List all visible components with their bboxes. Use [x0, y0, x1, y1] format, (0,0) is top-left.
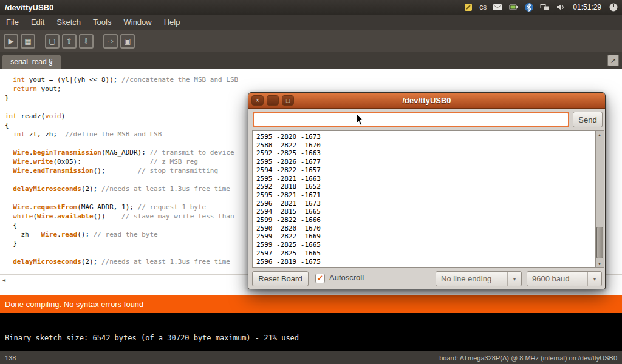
baud-rate-dropdown[interactable]: 9600 baud ▾ [527, 271, 602, 286]
system-tray: cs 01:51:29 [463, 2, 622, 12]
stop-icon[interactable]: ▦ [21, 34, 35, 49]
serial-output-line: 2599 -2825 -1665 [256, 241, 592, 249]
serial-output-line: 2594 -2822 -1657 [256, 166, 592, 175]
serial-output-line: 2595 -2821 -1671 [256, 191, 592, 200]
hscroll-left-icon[interactable]: ◂ [2, 277, 5, 283]
serial-output-line: 2596 -2821 -1673 [256, 200, 592, 208]
upload-icon[interactable]: ⇨ [103, 34, 118, 49]
open-icon[interactable]: ⇧ [62, 34, 77, 49]
menu-item-window[interactable]: Window [117, 15, 157, 30]
chevron-down-icon: ▾ [587, 272, 601, 286]
serial-monitor-title: /dev/ttyUSB0 [248, 96, 605, 105]
top-panel: /dev/ttyUSB0 cs 01:51:29 [0, 0, 622, 15]
menu-bar: FileEditSketchToolsWindowHelp [0, 15, 622, 30]
tab-serial-read[interactable]: serial_read § [2, 55, 61, 69]
screen: /dev/ttyUSB0 cs 01:51:29 FileEditSketchT… [0, 0, 622, 364]
verify-icon[interactable]: ▶ [4, 34, 18, 49]
serial-output-line: 2597 -2825 -1665 [256, 249, 592, 258]
notes-icon[interactable] [463, 2, 473, 12]
reset-board-button[interactable]: Reset Board [252, 271, 309, 286]
bluetooth-icon[interactable] [524, 2, 534, 12]
serial-input[interactable] [253, 112, 569, 127]
new-icon[interactable]: ▢ [45, 34, 60, 49]
tab-label: serial_read § [10, 58, 52, 66]
volume-icon[interactable] [556, 2, 566, 12]
console-text: Binary sketch size: 6542 bytes (of a 307… [5, 334, 299, 342]
mail-icon[interactable] [493, 2, 502, 12]
serial-output-line: 2595 -2826 -1677 [256, 158, 592, 166]
serial-output-line: 2590 -2820 -1670 [256, 224, 592, 233]
menu-item-tools[interactable]: Tools [87, 15, 117, 30]
status-bar: Done compiling. No syntax errors found [0, 295, 622, 313]
menu-item-help[interactable]: Help [158, 15, 186, 30]
clock[interactable]: 01:51:29 [572, 3, 603, 12]
serial-monitor-titlebar[interactable]: ×–□ /dev/ttyUSB0 [248, 93, 605, 109]
menu-item-file[interactable]: File [0, 15, 25, 30]
status-message: Done compiling. No syntax errors found [5, 300, 143, 309]
serial-monitor-icon[interactable]: ▣ [120, 34, 135, 49]
scroll-up-icon[interactable]: ▴ [596, 131, 603, 138]
serial-output-line: 2588 -2822 -1670 [256, 141, 592, 150]
console: Binary sketch size: 6542 bytes (of a 307… [0, 313, 622, 351]
menu-item-sketch[interactable]: Sketch [50, 15, 87, 30]
tab-bar: serial_read § ↗ [0, 52, 622, 69]
code-line: int yout = (yl|(yh << 8)); //concatenate… [5, 75, 622, 84]
autoscroll-label: Autoscroll [329, 273, 364, 282]
serial-output-line: 2595 -2821 -1663 [256, 175, 592, 183]
serial-output-line: 2594 -2815 -1665 [256, 207, 592, 216]
line-ending-value: No line ending [436, 274, 507, 283]
footer: 138 board: ATmega328P(A) @ 8 MHz (intern… [0, 351, 622, 364]
battery-icon[interactable] [508, 2, 518, 12]
serial-monitor-window: ×–□ /dev/ttyUSB0 Send 2595 -2820 -167325… [248, 92, 606, 289]
line-ending-dropdown[interactable]: No line ending ▾ [436, 271, 522, 286]
network-icon[interactable] [540, 2, 550, 12]
scrollbar-thumb[interactable] [596, 227, 603, 258]
save-icon[interactable]: ⇩ [79, 34, 94, 49]
board-info: board: ATmega328P(A) @ 8 MHz (internal) … [439, 354, 617, 362]
toolbar: ▶▦▢⇧⇩⇨▣ [0, 30, 622, 52]
tab-menu-icon[interactable]: ↗ [607, 55, 619, 66]
window-title: /dev/ttyUSB0 [0, 3, 53, 12]
keyboard-layout-indicator[interactable]: cs [479, 3, 487, 12]
baud-rate-value: 9600 baud [527, 274, 587, 283]
serial-output-line: 2592 -2825 -1663 [256, 149, 592, 158]
serial-output[interactable]: 2595 -2820 -16732588 -2822 -16702592 -28… [252, 130, 596, 268]
line-number: 138 [5, 354, 16, 362]
scroll-down-icon[interactable]: ▾ [596, 260, 603, 267]
send-button[interactable]: Send [573, 112, 603, 127]
autoscroll-checkbox[interactable]: ✓ [315, 274, 325, 283]
session-icon[interactable] [609, 2, 618, 12]
serial-output-scrollbar[interactable]: ▴ ▾ [596, 130, 604, 268]
serial-output-line: 2596 -2819 -1675 [256, 258, 592, 266]
chevron-down-icon: ▾ [507, 272, 521, 286]
serial-output-line: 2599 -2822 -1666 [256, 216, 592, 224]
menu-item-edit[interactable]: Edit [25, 15, 50, 30]
serial-output-line: 2595 -2820 -1673 [256, 133, 592, 141]
serial-output-line: 2599 -2822 -1669 [256, 232, 592, 241]
serial-output-line: 2592 -2818 -1652 [256, 183, 592, 191]
